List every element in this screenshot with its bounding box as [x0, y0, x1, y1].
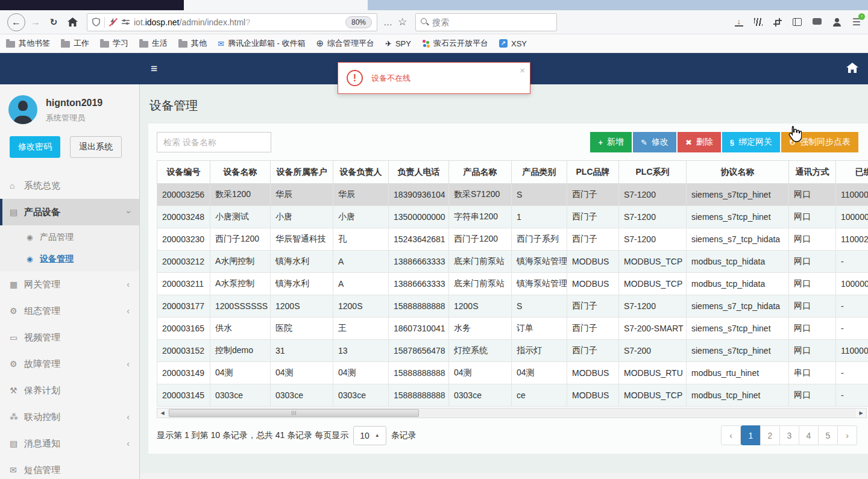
alert-popup: ! 设备不在线 ×: [338, 62, 530, 94]
table-cell: 串口: [789, 362, 836, 384]
sidebar-item-maintenance-plan[interactable]: ⚒ 保养计划: [0, 377, 139, 404]
page-title: 设备管理: [149, 98, 868, 114]
bookmark-star-icon[interactable]: ☆: [398, 16, 407, 28]
table-row[interactable]: 200003248小唐测试小唐小唐13500000000字符串12001西门子S…: [157, 206, 868, 228]
column-header-7[interactable]: PLC品牌: [567, 161, 619, 184]
sidebar-item-config-mgmt[interactable]: ⚙ 组态管理 ‹: [0, 298, 139, 324]
scroll-left-arrow[interactable]: ◀: [157, 409, 168, 418]
sidebar-item-product-mgmt[interactable]: ◉ 产品管理: [0, 227, 139, 248]
cross-icon: ✖: [685, 138, 692, 147]
permissions-icon[interactable]: [122, 19, 130, 25]
browser-search-input[interactable]: [432, 17, 552, 27]
browser-search-bar[interactable]: [415, 13, 557, 31]
table-cell: 华辰智通科技: [271, 228, 333, 251]
page-size-dropdown[interactable]: 10 ▲: [353, 426, 386, 445]
table-cell: 孔: [333, 228, 389, 251]
force-sync-button[interactable]: ↻强制同步点表: [781, 132, 858, 152]
table-row[interactable]: 200003230西门子1200华辰智通科技孔15243642681西门子120…: [157, 228, 868, 251]
bookmark-folder-misc[interactable]: 其他: [178, 38, 207, 49]
column-header-0[interactable]: 设备编号: [157, 161, 210, 184]
page-button-5[interactable]: 5: [818, 425, 838, 445]
change-password-button[interactable]: 修改密码: [10, 136, 60, 158]
bookmark-folder-work[interactable]: 工作: [61, 38, 89, 49]
page-button-4[interactable]: 4: [799, 425, 819, 445]
tabstrip-dark-segment: [0, 0, 184, 10]
bind-gateway-button[interactable]: §绑定网关: [722, 132, 780, 152]
edit-button[interactable]: ✎修改: [633, 132, 676, 152]
reload-button[interactable]: ↻: [46, 17, 61, 28]
url-bar[interactable]: iot.idosp.net/admin/index.html? 80%: [87, 13, 377, 31]
account-icon[interactable]: [832, 18, 841, 27]
sidebar-item-device-mgmt[interactable]: ◉ 设备管理: [0, 248, 139, 270]
sidebar-item-gateway-mgmt[interactable]: ▦ 网关管理 ‹: [0, 271, 139, 298]
scroll-right-arrow[interactable]: ▶: [856, 409, 866, 418]
prev-page-button[interactable]: ‹: [721, 425, 741, 445]
add-button[interactable]: +新增: [590, 132, 632, 152]
sidebar-item-fault-mgmt[interactable]: ⚙ 故障管理 ‹: [0, 351, 139, 377]
screenshot-icon[interactable]: [773, 18, 782, 27]
column-header-3[interactable]: 设备负责人: [333, 161, 389, 184]
zoom-level-badge[interactable]: 80%: [345, 16, 372, 28]
sidebar-item-overview[interactable]: ⌂ 系统总览: [0, 172, 139, 199]
plugin-blocked-icon[interactable]: [109, 17, 118, 27]
delete-button[interactable]: ✖删除: [678, 132, 721, 152]
bookmark-xsy[interactable]: ↗XSY: [499, 39, 527, 48]
table-row[interactable]: 200003152控制demo311315878656478灯控系统指示灯西门子…: [157, 340, 868, 362]
column-header-4[interactable]: 负责人电话: [389, 161, 449, 184]
downloads-icon[interactable]: ↓: [735, 17, 743, 27]
forward-button[interactable]: →: [28, 17, 43, 28]
bookmark-admin-platform[interactable]: ⊕综合管理平台: [316, 38, 374, 49]
gears-icon: ⚙: [10, 359, 24, 369]
page-button-3[interactable]: 3: [779, 425, 799, 445]
logout-button[interactable]: 退出系统: [70, 136, 122, 158]
bookmark-foxmail[interactable]: ✉腾讯企业邮箱 - 收件箱: [218, 38, 305, 49]
column-header-10[interactable]: 通讯方式: [789, 161, 836, 184]
sidebar-item-linkage-control[interactable]: ⁂ 联动控制 ‹: [0, 404, 139, 430]
app-home-button[interactable]: [846, 63, 858, 75]
bookmark-folder-life[interactable]: 生活: [139, 38, 168, 49]
sidebar-item-sms-mgmt[interactable]: ✉ 短信管理: [0, 457, 139, 479]
sidebar-collapse-icon[interactable]: ≡: [151, 62, 157, 75]
scrollbar-thumb[interactable]: [169, 409, 419, 417]
column-header-9[interactable]: 协议名称: [687, 161, 789, 184]
table-row[interactable]: 2000031771200SSSSSS1200S1200S15888888888…: [157, 295, 868, 318]
table-cell: 1200SSSSSS: [210, 295, 271, 318]
menu-icon[interactable]: ☰↑: [852, 16, 861, 28]
device-search-input[interactable]: [157, 132, 271, 152]
column-header-11[interactable]: 已绑定网关: [836, 161, 868, 184]
page-button-1[interactable]: 1: [741, 425, 761, 445]
table-row[interactable]: 200003165供水医院王18607310041水务订单西门子S7-200-S…: [157, 318, 868, 340]
sidebar-item-video-mgmt[interactable]: ▭ 视频管理: [0, 324, 139, 351]
table-row[interactable]: 2000031450303ce0303ce0303ce1588888888803…: [157, 384, 868, 407]
table-row[interactable]: 200003256数采1200华辰华辰18390936104数采S71200S西…: [157, 184, 868, 206]
sidebar-item-product-device[interactable]: ▤ 产品设备 ‹: [0, 199, 139, 225]
sidebar-toggle-icon[interactable]: [793, 18, 802, 26]
table-row[interactable]: 200003211A水泵控制镇海水利A13886663333底来门前泵站镇海泵站…: [157, 273, 868, 295]
table-cell: 200003165: [157, 318, 210, 340]
alert-close-icon[interactable]: ×: [520, 65, 525, 75]
column-header-2[interactable]: 设备所属客户: [271, 161, 333, 184]
column-header-1[interactable]: 设备名称: [210, 161, 271, 184]
column-header-6[interactable]: 产品类别: [512, 161, 567, 184]
bookmark-folder-study[interactable]: 学习: [100, 38, 128, 49]
browser-home-button[interactable]: [64, 17, 81, 27]
sidebar-item-message-notify[interactable]: ▤ 消息通知 ‹: [0, 430, 139, 457]
page-button-2[interactable]: 2: [760, 425, 780, 445]
panel-toolbar: +新增 ✎修改 ✖删除 §绑定网关 ↻强制同步点表: [157, 132, 868, 152]
back-button[interactable]: ←: [7, 13, 25, 31]
next-page-button[interactable]: ›: [837, 425, 857, 445]
table-cell: A水闸控制: [210, 251, 271, 273]
messages-icon[interactable]: [813, 18, 822, 25]
library-icon[interactable]: [754, 18, 763, 26]
bookmark-folder-other[interactable]: 其他书签: [6, 38, 50, 49]
horizontal-scrollbar[interactable]: ◀ ▶: [157, 408, 867, 418]
table-row[interactable]: 200003212A水闸控制镇海水利A13886663333底来门前泵站镇海泵站…: [157, 251, 868, 273]
active-tab[interactable]: [184, 0, 368, 10]
bookmark-ezviz[interactable]: 萤石云开放平台: [422, 38, 488, 49]
column-header-5[interactable]: 产品名称: [449, 161, 512, 184]
page-actions-icon[interactable]: …: [383, 17, 393, 27]
table-row[interactable]: 20000314904测04测04测1588888888804测04测MODBU…: [157, 362, 868, 384]
column-header-8[interactable]: PLC系列: [619, 161, 687, 184]
bookmark-spy[interactable]: ✈SPY: [385, 39, 411, 48]
device-table: 设备编号设备名称设备所属客户设备负责人负责人电话产品名称产品类别PLC品牌PLC…: [157, 160, 868, 407]
